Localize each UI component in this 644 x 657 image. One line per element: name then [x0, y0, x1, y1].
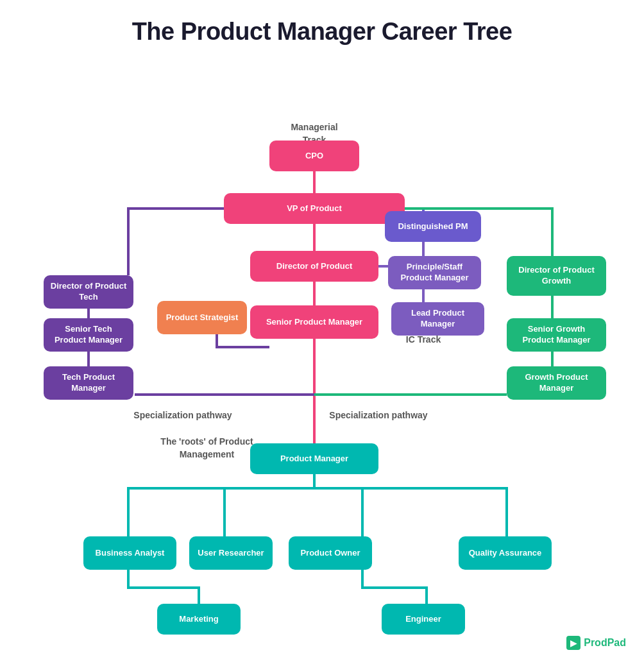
label-roots: The 'roots' of ProductManagement	[154, 436, 260, 461]
prodpad-logo-icon: ▶	[566, 636, 580, 650]
node-senior-growth-pm: Senior Growth Product Manager	[507, 318, 606, 352]
node-director-product: Director of Product	[250, 251, 378, 282]
label-ic-track: IC Track	[382, 334, 465, 345]
node-lead-pm: Lead Product Manager	[391, 302, 484, 336]
node-senior-tech-pm: Senior Tech Product Manager	[44, 318, 133, 352]
prodpad-logo-text: ProdPad	[584, 637, 626, 649]
node-business-analyst: Business Analyst	[83, 536, 176, 570]
node-tech-pm: Tech Product Manager	[44, 366, 133, 400]
label-spec-pathway-left: Specialization pathway	[125, 410, 241, 420]
node-vp-product: VP of Product	[224, 193, 405, 224]
node-growth-pm: Growth Product Manager	[507, 366, 606, 400]
page-title: The Product Manager Career Tree	[0, 0, 644, 52]
node-engineer: Engineer	[382, 604, 465, 635]
node-director-product-tech: Director of Product Tech	[44, 275, 133, 309]
node-product-strategist: Product Strategist	[157, 301, 247, 334]
node-director-product-growth: Director of Product Growth	[507, 256, 606, 296]
node-product-manager: Product Manager	[250, 443, 378, 474]
node-marketing: Marketing	[157, 604, 241, 635]
node-product-owner: Product Owner	[289, 536, 372, 570]
label-spec-pathway-right: Specialization pathway	[314, 410, 443, 420]
node-distinguished-pm: Distinguished PM	[385, 211, 481, 242]
node-principal-pm: Principle/Staff Product Manager	[388, 256, 481, 289]
node-cpo: CPO	[269, 141, 359, 171]
diagram-container: ManagerialTrack IC Track Specialization …	[0, 52, 644, 657]
node-senior-pm: Senior Product Manager	[250, 305, 378, 339]
node-user-researcher: User Researcher	[189, 536, 273, 570]
prodpad-logo: ▶ ProdPad	[566, 636, 626, 650]
node-quality-assurance: Quality Assurance	[459, 536, 552, 570]
